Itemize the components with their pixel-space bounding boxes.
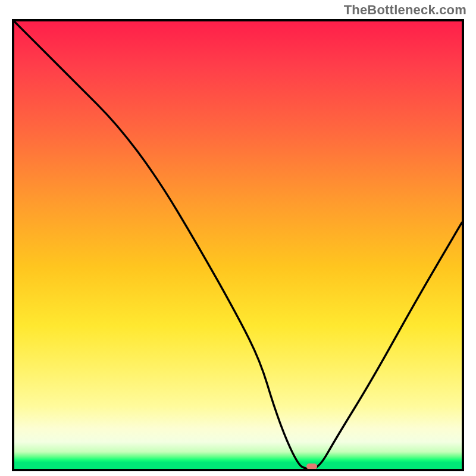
plot-area — [12, 19, 464, 471]
bottleneck-curve-path — [14, 21, 462, 469]
optimal-point-marker — [306, 464, 317, 469]
curve-svg — [14, 21, 462, 469]
chart-container: TheBottleneck.com — [0, 0, 476, 476]
watermark-text: TheBottleneck.com — [344, 2, 466, 18]
